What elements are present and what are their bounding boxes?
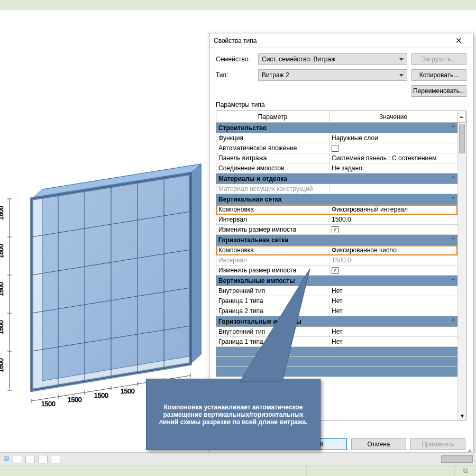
param-value[interactable]: ✓ bbox=[329, 225, 457, 234]
svg-text:1600: 1600 bbox=[0, 358, 5, 372]
toolbar-icon[interactable] bbox=[38, 455, 48, 463]
model-3d-view[interactable]: 1600 1600 1600 1600 1600 1500 1500 1500 … bbox=[5, 31, 217, 433]
chevron-up-icon[interactable]: ⌃ bbox=[451, 237, 455, 243]
group-header[interactable]: Строительство⌃ bbox=[216, 123, 457, 133]
grid-header: Параметр Значение = bbox=[216, 111, 466, 123]
param-value[interactable]: 1500.0 bbox=[329, 215, 457, 224]
filter-icon[interactable]: ⧉ bbox=[463, 467, 468, 474]
cancel-button[interactable]: Отмена bbox=[351, 438, 406, 450]
status-bar: ⧉ bbox=[0, 465, 476, 476]
params-section-label: Параметры типа bbox=[216, 101, 466, 108]
family-select[interactable]: Сист. семейство: Витраж bbox=[258, 53, 407, 65]
svg-text:1500: 1500 bbox=[94, 392, 108, 399]
chevron-down-icon[interactable]: ▾ bbox=[458, 411, 466, 420]
scrollbar-thumb[interactable] bbox=[459, 124, 465, 153]
table-row[interactable]: Интервал1500.0 bbox=[216, 255, 457, 266]
svg-text:1600: 1600 bbox=[0, 320, 5, 334]
param-name: Функция bbox=[216, 133, 329, 143]
annotation-callout: Компоновка устанавливает автоматическое … bbox=[146, 379, 321, 450]
param-value[interactable]: ✓ bbox=[329, 266, 457, 275]
param-name: Компоновка bbox=[216, 205, 329, 214]
param-value[interactable]: Системная панель : С остеклением bbox=[329, 153, 457, 163]
callout-text: Компоновка устанавливает автоматическое … bbox=[155, 404, 312, 426]
table-row[interactable]: Материал несущих конструкций bbox=[216, 184, 457, 194]
table-row[interactable]: Соединение импостовНе задано bbox=[216, 163, 457, 173]
param-name: Соединение импостов bbox=[216, 163, 329, 173]
checkbox-icon[interactable] bbox=[332, 145, 338, 152]
param-name: Компоновка bbox=[216, 245, 329, 255]
table-row[interactable]: ФункцияНаружные слои bbox=[216, 133, 457, 143]
col-equals[interactable]: = bbox=[457, 111, 466, 123]
param-value[interactable]: 1500.0 bbox=[329, 255, 457, 265]
type-label: Тип: bbox=[216, 71, 254, 79]
grid-scrollbar[interactable]: ▾ bbox=[457, 123, 466, 420]
toolbar-icon[interactable] bbox=[51, 455, 60, 463]
svg-text:1500: 1500 bbox=[121, 388, 135, 395]
toolbar-icon[interactable] bbox=[13, 455, 22, 463]
chevron-up-icon[interactable]: ⌃ bbox=[451, 318, 455, 324]
close-icon[interactable]: ✕ bbox=[448, 36, 469, 45]
dialog-title: Свойства типа bbox=[214, 37, 448, 44]
toolbar-icon[interactable] bbox=[25, 455, 35, 463]
param-value[interactable] bbox=[329, 143, 457, 153]
table-row[interactable]: КомпоновкаФиксированное число bbox=[216, 245, 457, 255]
type-select[interactable]: Витраж 2 bbox=[258, 69, 407, 81]
group-header[interactable]: Горизонтальная сетка⌃ bbox=[216, 235, 457, 245]
table-row[interactable]: Изменить размер импоста✓ bbox=[216, 225, 457, 235]
svg-marker-38 bbox=[240, 269, 310, 381]
param-value[interactable]: Нет bbox=[329, 296, 457, 306]
param-value[interactable]: Нет bbox=[329, 327, 457, 336]
group-header[interactable]: Вертикальная сетка⌃ bbox=[216, 194, 457, 205]
table-row[interactable]: Панель витражаСистемная панель : С остек… bbox=[216, 153, 457, 163]
param-name: Изменить размер импоста bbox=[216, 225, 329, 234]
zoom-slider[interactable] bbox=[441, 455, 473, 463]
table-row[interactable]: Интервал1500.0 bbox=[216, 215, 457, 225]
param-name: Панель витража bbox=[216, 153, 329, 163]
dim-h: 1500 bbox=[41, 400, 56, 408]
param-value[interactable]: Наружные слои bbox=[329, 133, 457, 143]
param-name: Интервал bbox=[216, 255, 329, 265]
chevron-up-icon[interactable]: ⌃ bbox=[451, 196, 455, 202]
group-header[interactable]: Материалы и отделка⌃ bbox=[216, 173, 457, 184]
family-label: Семейство: bbox=[216, 56, 254, 63]
param-value[interactable]: Фиксированный интервал bbox=[329, 205, 457, 214]
dim-v: 1600 bbox=[0, 206, 5, 220]
param-value[interactable]: Фиксированное число bbox=[329, 245, 457, 255]
load-button[interactable]: Загрузить... bbox=[411, 53, 466, 65]
chevron-up-icon[interactable]: ⌃ bbox=[451, 278, 455, 283]
chevron-up-icon[interactable]: ⌃ bbox=[451, 176, 455, 181]
svg-text:1500: 1500 bbox=[68, 396, 82, 404]
col-value[interactable]: Значение bbox=[329, 111, 457, 123]
svg-text:1600: 1600 bbox=[0, 282, 5, 296]
param-name: Автоматическое вложение bbox=[216, 143, 329, 153]
param-value[interactable]: Нет bbox=[329, 306, 457, 316]
apply-button[interactable]: Применить bbox=[410, 438, 465, 450]
chevron-up-icon[interactable]: ⌃ bbox=[451, 125, 455, 131]
app-ribbon-strip bbox=[0, 0, 476, 10]
col-parameter[interactable]: Параметр bbox=[216, 111, 329, 123]
view-control-bar[interactable]: ⦿ bbox=[0, 452, 476, 465]
checkbox-icon[interactable]: ✓ bbox=[332, 226, 338, 233]
param-name: Интервал bbox=[216, 215, 329, 224]
param-value[interactable]: Нет bbox=[329, 337, 457, 346]
param-value[interactable]: Не задано bbox=[329, 163, 457, 173]
dialog-titlebar[interactable]: Свойства типа ✕ bbox=[209, 33, 473, 48]
rename-button[interactable]: Переименовать... bbox=[411, 85, 466, 97]
table-row[interactable]: КомпоновкаФиксированный интервал bbox=[216, 205, 457, 215]
param-value[interactable]: Нет bbox=[329, 286, 457, 296]
svg-text:1600: 1600 bbox=[0, 244, 5, 258]
table-row[interactable]: Автоматическое вложение bbox=[216, 143, 457, 153]
pin-icon[interactable]: ⦿ bbox=[3, 455, 10, 463]
param-name: Материал несущих конструкций bbox=[216, 184, 329, 194]
param-value[interactable] bbox=[329, 184, 457, 194]
copy-button[interactable]: Копировать... bbox=[411, 69, 466, 81]
